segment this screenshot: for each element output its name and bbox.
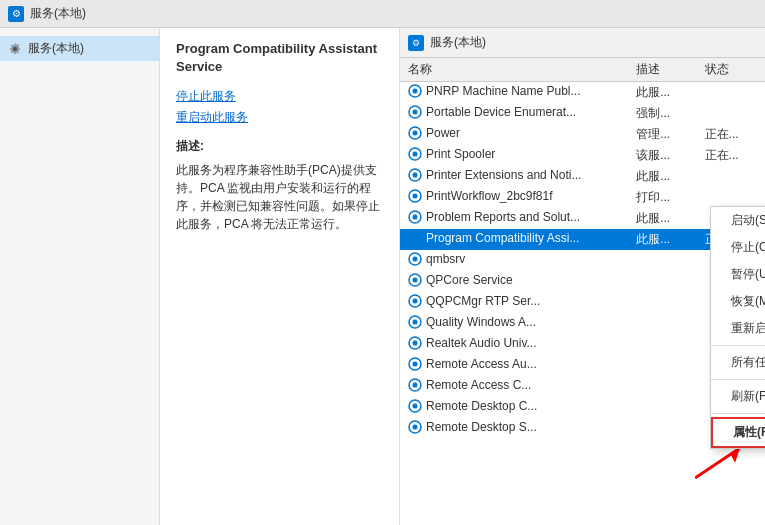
service-status-cell [697, 103, 765, 124]
context-menu-item[interactable]: 停止(O) [711, 234, 765, 261]
service-icon [408, 126, 422, 140]
service-icon [408, 168, 422, 182]
service-desc-cell: 此服... [628, 166, 696, 187]
service-desc-cell [628, 418, 696, 439]
service-status-cell [697, 82, 765, 104]
service-icon [408, 252, 422, 266]
service-name-cell: Printer Extensions and Noti... [400, 166, 628, 187]
service-icon [408, 147, 422, 161]
services-list-area: ⚙ 服务(本地) 名称 描述 状态 PNR [400, 28, 765, 525]
context-menu-item[interactable]: 属性(R) [711, 417, 765, 448]
service-desc-cell: 打印... [628, 187, 696, 208]
service-name-cell: PrintWorkflow_2bc9f81f [400, 187, 628, 208]
title-bar-title: 服务(本地) [30, 5, 86, 22]
svg-point-32 [413, 404, 418, 409]
service-title: Program Compatibility Assistant Service [176, 40, 383, 76]
service-desc-cell [628, 271, 696, 292]
svg-point-2 [413, 89, 418, 94]
col-header-desc: 描述 [628, 58, 696, 82]
service-name-text: Quality Windows A... [426, 315, 536, 329]
table-row[interactable]: Portable Device Enumerat... 强制... [400, 103, 765, 124]
restart-service-link[interactable]: 重启动此服务 [176, 109, 383, 126]
context-menu-item[interactable]: 重新启动(E) [711, 315, 765, 342]
service-desc-cell: 该服... [628, 145, 696, 166]
svg-point-18 [413, 257, 418, 262]
context-menu-label: 所有任务(K) [731, 354, 765, 371]
col-header-name: 名称 [400, 58, 628, 82]
service-name-cell: QPCore Service [400, 271, 628, 292]
service-name-cell: Realtek Audio Univ... [400, 334, 628, 355]
service-name-text: Program Compatibility Assi... [426, 231, 579, 245]
service-icon [408, 357, 422, 371]
context-menu-label: 启动(S) [731, 212, 765, 229]
service-desc-cell [628, 313, 696, 334]
table-row[interactable]: PrintWorkflow_2bc9f81f 打印... [400, 187, 765, 208]
svg-point-4 [413, 110, 418, 115]
svg-point-30 [413, 383, 418, 388]
context-menu-item[interactable]: 恢复(M) [711, 288, 765, 315]
service-name-cell: Quality Windows A... [400, 313, 628, 334]
desc-title: 描述: [176, 138, 383, 155]
svg-point-20 [413, 278, 418, 283]
context-menu-separator [711, 345, 765, 346]
service-desc-cell [628, 397, 696, 418]
context-menu-separator [711, 379, 765, 380]
context-menu-item[interactable]: 刷新(F) [711, 383, 765, 410]
service-status-cell: 正在... [697, 145, 765, 166]
service-icon [408, 315, 422, 329]
service-desc-cell: 此服... [628, 229, 696, 250]
service-name-text: PNRP Machine Name Publ... [426, 84, 581, 98]
context-menu: 启动(S) 停止(O) 暂停(U) 恢复(M) 重新启动(E) 所有任务(K) … [710, 206, 765, 449]
svg-point-26 [413, 341, 418, 346]
sidebar-item-services[interactable]: 服务(本地) [0, 36, 159, 61]
service-icon [408, 189, 422, 203]
service-name-text: QQPCMgr RTP Ser... [426, 294, 540, 308]
service-name-cell: qmbsrv [400, 250, 628, 271]
svg-point-16 [413, 236, 418, 241]
table-row[interactable]: PNRP Machine Name Publ... 此服... [400, 82, 765, 104]
service-status-cell [697, 166, 765, 187]
service-desc-cell: 强制... [628, 103, 696, 124]
service-name-cell: QQPCMgr RTP Ser... [400, 292, 628, 313]
context-menu-label: 刷新(F) [731, 388, 765, 405]
context-menu-item[interactable]: 暂停(U) [711, 261, 765, 288]
context-menu-item[interactable]: 所有任务(K) ▶ [711, 349, 765, 376]
service-name-text: Remote Desktop C... [426, 399, 537, 413]
service-icon [408, 378, 422, 392]
service-icon [408, 294, 422, 308]
svg-point-28 [413, 362, 418, 367]
desc-text: 此服务为程序兼容性助手(PCA)提供支持。PCA 监视由用户安装和运行的程序，并… [176, 161, 383, 233]
service-name-text: Portable Device Enumerat... [426, 105, 576, 119]
service-name-text: qmbsrv [426, 252, 465, 266]
table-row[interactable]: Printer Extensions and Noti... 此服... [400, 166, 765, 187]
service-name-cell: Power [400, 124, 628, 145]
title-bar-icon: ⚙ [8, 6, 24, 22]
service-status-cell [697, 187, 765, 208]
services-header-icon: ⚙ [408, 35, 424, 51]
service-desc-cell: 此服... [628, 208, 696, 229]
col-header-status: 状态 [697, 58, 765, 82]
service-name-text: QPCore Service [426, 273, 513, 287]
service-name-text: Power [426, 126, 460, 140]
service-name-text: PrintWorkflow_2bc9f81f [426, 189, 553, 203]
service-name-cell: Print Spooler [400, 145, 628, 166]
service-icon [408, 84, 422, 98]
sidebar: 服务(本地) [0, 28, 160, 525]
context-menu-item[interactable]: 启动(S) [711, 207, 765, 234]
service-name-text: Problem Reports and Solut... [426, 210, 580, 224]
context-menu-label: 属性(R) [733, 424, 765, 441]
service-icon [408, 273, 422, 287]
svg-point-14 [413, 215, 418, 220]
table-row[interactable]: Power 管理...正在... [400, 124, 765, 145]
table-row[interactable]: Print Spooler 该服...正在... [400, 145, 765, 166]
service-desc-cell: 管理... [628, 124, 696, 145]
service-name-text: Print Spooler [426, 147, 495, 161]
stop-service-link[interactable]: 停止此服务 [176, 88, 383, 105]
context-menu-label: 暂停(U) [731, 266, 765, 283]
service-icon [408, 420, 422, 434]
service-name-text: Realtek Audio Univ... [426, 336, 537, 350]
service-name-cell: Problem Reports and Solut... [400, 208, 628, 229]
context-menu-label: 恢复(M) [731, 293, 765, 310]
svg-point-22 [413, 299, 418, 304]
service-desc-cell [628, 250, 696, 271]
